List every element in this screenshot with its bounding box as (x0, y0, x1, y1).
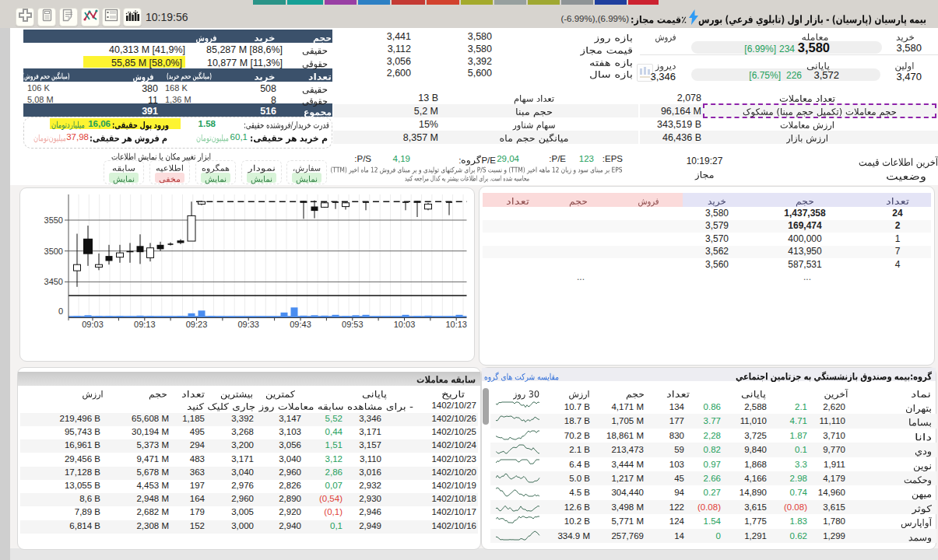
svg-text:09:33: 09:33 (237, 320, 259, 329)
svg-text:3550: 3550 (44, 215, 63, 225)
svg-text:09:23: 09:23 (186, 320, 208, 329)
svg-text:09:13: 09:13 (134, 320, 156, 329)
svg-text:0: 0 (58, 306, 63, 316)
svg-text:10:13: 10:13 (445, 320, 467, 329)
svg-text:10:03: 10:03 (394, 320, 416, 329)
svg-text:09:03: 09:03 (82, 320, 104, 329)
svg-text:3500: 3500 (44, 247, 63, 256)
svg-text:3450: 3450 (44, 277, 63, 286)
svg-text:09:43: 09:43 (290, 320, 311, 329)
svg-text:09:53: 09:53 (342, 320, 364, 329)
